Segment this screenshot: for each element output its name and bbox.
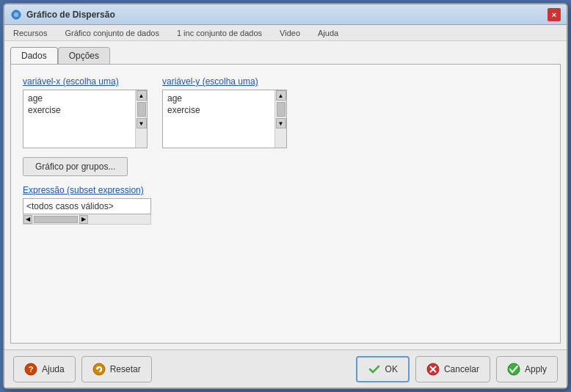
menu-bar: Recursos Gráfico conjunto de dados 1 inc… — [4, 25, 567, 41]
groups-button[interactable]: Gráfico por grupos... — [23, 157, 128, 176]
title-bar: Gráfico de Dispersão × — [4, 4, 567, 25]
scroll-thumb[interactable] — [34, 216, 78, 223]
scroll-thumb[interactable] — [137, 102, 146, 117]
help-icon: ? — [24, 363, 37, 376]
menu-ajuda[interactable]: Ajuda — [315, 28, 341, 38]
help-button[interactable]: ? Ajuda — [13, 356, 76, 382]
cancel-icon — [426, 363, 440, 376]
tab-opcoes[interactable]: Opções — [58, 47, 110, 64]
cancel-button[interactable]: Cancelar — [415, 356, 490, 382]
variable-y-listbox[interactable]: age exercise — [163, 90, 274, 148]
scroll-thumb[interactable] — [277, 102, 286, 117]
variable-x-scrollbar: ▲ ▼ — [135, 90, 147, 148]
scroll-left-arrow[interactable]: ◀ — [23, 215, 32, 224]
menu-recursos[interactable]: Recursos — [10, 28, 50, 38]
list-item[interactable]: age — [26, 92, 132, 104]
variable-y-label: variável-y (escolha uma) — [162, 76, 287, 87]
subset-input[interactable] — [23, 198, 151, 214]
footer: ? Ajuda Resetar O — [4, 349, 567, 388]
svg-text:?: ? — [29, 365, 34, 374]
footer-right: OK Cancelar — [356, 356, 558, 382]
apply-icon — [507, 363, 520, 376]
scroll-right-arrow[interactable]: ▶ — [79, 215, 88, 224]
svg-point-1 — [14, 12, 18, 17]
close-button[interactable]: × — [548, 8, 561, 21]
ok-button[interactable]: OK — [356, 356, 410, 382]
content-area: Dados Opções variável-x (escolha uma) ag… — [4, 41, 567, 349]
list-item[interactable]: age — [166, 92, 272, 104]
window-title: Gráfico de Dispersão — [26, 10, 115, 20]
variable-y-listbox-container: age exercise ▲ ▼ — [162, 90, 287, 148]
subset-scrollbar: ◀ ▶ — [23, 214, 151, 225]
scroll-down-arrow[interactable]: ▼ — [137, 118, 147, 128]
window-icon — [10, 9, 22, 21]
menu-inc-conjunto[interactable]: 1 inc conjunto de dados — [174, 28, 265, 38]
apply-label: Apply — [525, 364, 547, 374]
reset-button[interactable]: Resetar — [81, 356, 152, 382]
variables-row: variável-x (escolha uma) age exercise ▲ … — [23, 76, 548, 148]
apply-button[interactable]: Apply — [496, 356, 558, 382]
ok-icon — [368, 363, 381, 376]
variable-x-listbox-container: age exercise ▲ ▼ — [23, 90, 148, 148]
subset-group: Expressão (subset expression) ◀ ▶ — [23, 185, 548, 225]
reset-icon — [92, 363, 106, 376]
main-window: Gráfico de Dispersão × Recursos Gráfico … — [3, 3, 568, 389]
list-item[interactable]: exercise — [26, 104, 132, 116]
main-panel: variável-x (escolha uma) age exercise ▲ … — [10, 64, 561, 344]
help-label: Ajuda — [42, 364, 65, 374]
scroll-up-arrow[interactable]: ▲ — [137, 90, 147, 101]
variable-x-group: variável-x (escolha uma) age exercise ▲ … — [23, 76, 148, 148]
subset-input-container: ◀ ▶ — [23, 198, 548, 225]
tab-bar: Dados Opções — [10, 47, 561, 64]
list-item[interactable]: exercise — [166, 104, 272, 116]
svg-point-4 — [93, 363, 105, 375]
variable-x-listbox[interactable]: age exercise — [23, 90, 135, 148]
menu-video[interactable]: Video — [277, 28, 303, 38]
reset-label: Resetar — [110, 364, 141, 374]
variable-x-label: variável-x (escolha uma) — [23, 76, 148, 87]
menu-grafico-conjunto[interactable]: Gráfico conjunto de dados — [62, 28, 161, 38]
tab-dados[interactable]: Dados — [10, 47, 58, 64]
cancel-label: Cancelar — [444, 364, 479, 374]
scroll-up-arrow[interactable]: ▲ — [276, 90, 286, 101]
subset-label: Expressão (subset expression) — [23, 185, 548, 195]
scroll-down-arrow[interactable]: ▼ — [276, 118, 286, 128]
variable-y-scrollbar: ▲ ▼ — [274, 90, 286, 148]
variable-y-group: variável-y (escolha uma) age exercise ▲ … — [162, 76, 287, 148]
ok-label: OK — [385, 364, 398, 374]
